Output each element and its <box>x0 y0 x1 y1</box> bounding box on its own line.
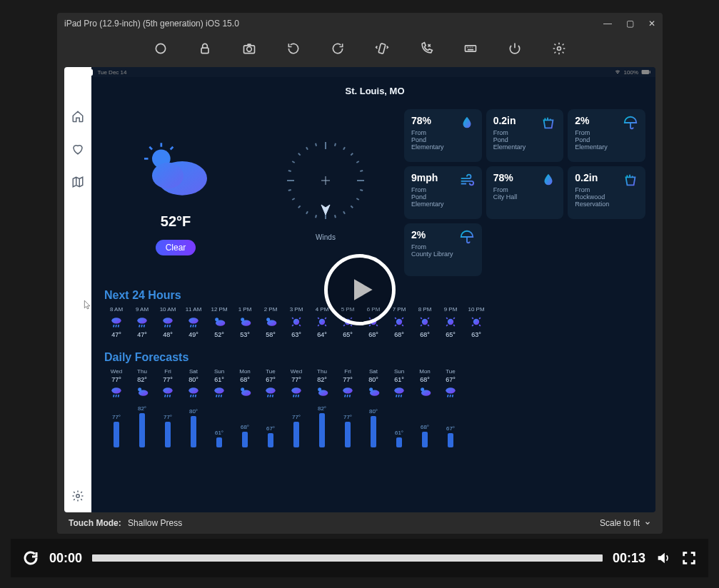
svg-line-19 <box>343 147 345 149</box>
svg-line-40 <box>316 143 316 146</box>
svg-line-50 <box>144 325 145 327</box>
hourly-cell: 2 PM 58° <box>258 306 283 338</box>
settings-icon[interactable] <box>552 41 566 56</box>
svg-line-54 <box>170 325 171 327</box>
svg-point-137 <box>111 387 121 393</box>
rotate-left-icon[interactable] <box>286 41 301 56</box>
svg-line-53 <box>167 325 168 327</box>
wind-icon <box>459 172 475 188</box>
window-maximize-button[interactable]: ▢ <box>626 19 634 29</box>
metric-card[interactable]: 0.2in From Pond Elementary <box>486 109 564 162</box>
touchmode-value: Shallow Press <box>128 518 182 528</box>
weather-icon <box>443 315 458 329</box>
day-high: 68° <box>420 376 430 383</box>
svg-point-161 <box>291 387 301 393</box>
hourly-cell: 11 AM 49° <box>181 306 206 338</box>
svg-point-60 <box>216 320 225 326</box>
svg-line-26 <box>351 206 353 208</box>
svg-line-33 <box>292 198 294 200</box>
day-label: Thu <box>317 368 327 375</box>
window-close-button[interactable]: ✕ <box>648 19 655 29</box>
day-high: 80° <box>368 376 378 383</box>
day-high: 61° <box>214 376 224 383</box>
bucket-icon <box>623 172 638 188</box>
svg-line-117 <box>421 325 422 326</box>
day-label: Wed <box>291 368 302 375</box>
bar-label: 80° <box>189 408 198 415</box>
weather-icon <box>161 315 175 329</box>
bar-label: 82° <box>138 405 146 412</box>
card-location: Rockwood <box>575 193 638 201</box>
bar-fill <box>216 437 222 447</box>
weather-icon <box>315 315 329 329</box>
weather-icon <box>418 385 432 399</box>
svg-line-116 <box>428 325 429 326</box>
svg-line-46 <box>119 325 119 327</box>
keyboard-icon[interactable] <box>463 41 478 56</box>
weather-icon <box>186 315 201 329</box>
volume-icon[interactable] <box>655 550 671 566</box>
sidebar-favorites-icon[interactable] <box>71 143 84 156</box>
svg-line-153 <box>218 395 219 397</box>
sidebar-home-icon[interactable] <box>71 110 84 123</box>
day-high: 77° <box>111 376 121 383</box>
home-circle-icon[interactable] <box>154 41 168 56</box>
rotate-right-icon[interactable] <box>331 41 345 56</box>
svg-line-127 <box>453 318 455 319</box>
svg-line-22 <box>360 171 363 171</box>
day-high: 77° <box>291 376 301 383</box>
city-title: St. Louis, MO <box>104 86 645 96</box>
call-icon[interactable] <box>419 41 433 56</box>
compass-label: Winds <box>316 233 336 241</box>
metric-card[interactable]: 2% From County Library <box>404 223 482 276</box>
svg-line-90 <box>343 325 345 326</box>
simulator-footer: Touch Mode: Shallow Press Scale to fit <box>57 512 663 534</box>
scale-dropdown[interactable]: Scale to fit <box>600 518 651 528</box>
fullscreen-icon[interactable] <box>681 550 697 566</box>
svg-point-167 <box>343 387 352 393</box>
video-duration: 00:13 <box>613 551 645 566</box>
metric-card[interactable]: 78% From Pond Elementary <box>404 109 482 162</box>
bar-fill <box>345 422 351 447</box>
video-progress-bar[interactable] <box>92 554 603 562</box>
daily-bars: 77° 82° 77° 80° 61° 68° 67° 77° 82° 77° … <box>104 405 645 447</box>
daily-bar: 77° <box>156 414 180 447</box>
svg-point-172 <box>370 390 379 396</box>
hour-temp: 47° <box>111 331 121 338</box>
camera-icon[interactable] <box>242 41 256 56</box>
weather-icon <box>469 315 483 329</box>
sidebar-settings-icon[interactable] <box>71 490 84 502</box>
daily-bar: 67° <box>258 425 283 447</box>
umbrella-icon <box>459 229 475 245</box>
shake-icon[interactable] <box>375 41 389 56</box>
svg-line-182 <box>453 395 453 397</box>
play-button[interactable] <box>324 254 396 325</box>
svg-rect-1 <box>201 48 208 54</box>
svg-line-20 <box>351 153 353 156</box>
lock-icon[interactable] <box>198 41 212 56</box>
hour-temp: 58° <box>266 331 276 338</box>
hour-label: 3 PM <box>290 306 303 313</box>
reload-icon[interactable] <box>22 549 39 567</box>
svg-line-32 <box>298 206 301 208</box>
svg-point-101 <box>396 319 402 325</box>
svg-point-55 <box>188 318 198 323</box>
power-icon[interactable] <box>508 41 522 56</box>
svg-line-144 <box>165 395 166 397</box>
window-minimize-button[interactable]: — <box>603 19 612 29</box>
metric-card[interactable]: 78% From City Hall <box>486 166 564 219</box>
metric-card[interactable]: 9mph From Pond Elementary <box>404 166 482 219</box>
app-sidebar <box>64 67 91 512</box>
svg-point-43 <box>111 318 121 323</box>
bar-fill <box>191 416 196 447</box>
weather-icon <box>212 385 226 399</box>
bar-fill <box>242 432 248 447</box>
metric-card[interactable]: 0.2in From Rockwood Reservation <box>568 166 645 219</box>
hour-label: 9 AM <box>136 306 149 313</box>
video-player-bar: 00:00 00:13 <box>11 539 708 577</box>
simulator-toolbar <box>57 34 663 63</box>
metric-card[interactable]: 2% From Pond Elementary <box>568 109 645 162</box>
sidebar-map-icon[interactable] <box>71 176 84 188</box>
daily-forecast[interactable]: Wed 77° Thu 82° Fri 77° Sat 80° Sun 61° … <box>104 368 645 399</box>
svg-point-151 <box>214 387 223 393</box>
